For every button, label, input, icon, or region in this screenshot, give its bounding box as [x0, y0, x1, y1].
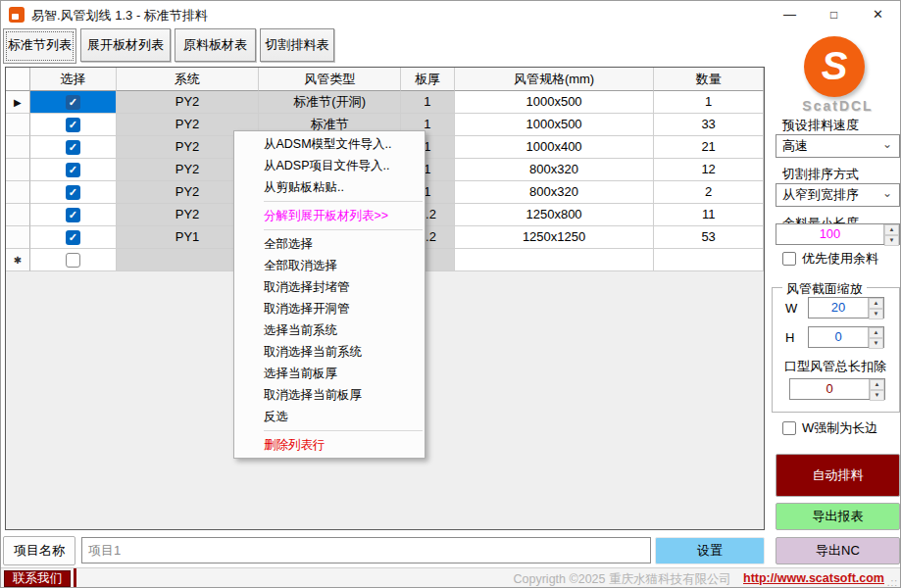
cell-select[interactable]: ✓ — [30, 114, 117, 136]
cell-qty[interactable]: 53 — [654, 226, 764, 249]
force-w-checkbox[interactable] — [782, 421, 796, 435]
tab-raw-sheet-table[interactable]: 原料板材表 — [175, 28, 256, 62]
row-header[interactable] — [6, 136, 30, 159]
menu-item[interactable]: 取消选择封堵管 — [234, 276, 425, 298]
use-scrap-checkbox[interactable] — [782, 252, 796, 266]
cell-qty[interactable] — [654, 249, 764, 271]
export-report-button[interactable]: 导出报表 — [776, 503, 900, 530]
row-header[interactable] — [6, 226, 30, 249]
menu-item[interactable]: 从ADSP项目文件导入.. — [234, 155, 425, 176]
row-header[interactable] — [6, 159, 30, 181]
cell-spec[interactable]: 1000x400 — [455, 136, 654, 159]
scrap-min-length-stepper[interactable]: 100 ▲ ▼ — [776, 223, 900, 245]
menu-item[interactable]: 选择当前板厚 — [234, 363, 425, 384]
menu-item[interactable]: 取消选择开洞管 — [234, 298, 425, 319]
cell-select[interactable]: ✓ — [30, 159, 117, 181]
row-checkbox-checked[interactable]: ✓ — [66, 185, 80, 200]
cell-spec[interactable]: 1250x1250 — [455, 226, 654, 249]
contact-stripe — [74, 568, 76, 588]
row-checkbox-unchecked[interactable] — [66, 253, 80, 268]
cell-thickness[interactable]: 1 — [401, 91, 455, 114]
resize-grip-icon[interactable]: .:: — [887, 577, 898, 588]
menu-item[interactable]: 删除列表行 — [234, 434, 425, 456]
row-checkbox-checked[interactable]: ✓ — [66, 208, 80, 222]
cell-select[interactable] — [30, 249, 117, 271]
maximize-button[interactable]: □ — [812, 1, 856, 28]
settings-button[interactable]: 设置 — [655, 537, 765, 564]
cell-select[interactable]: ✓ — [30, 181, 117, 204]
spin-up-icon[interactable]: ▲ — [869, 298, 883, 309]
cell-spec[interactable]: 1250x800 — [455, 204, 654, 226]
spin-down-icon[interactable]: ▼ — [870, 390, 884, 401]
spin-down-icon[interactable]: ▼ — [869, 309, 883, 319]
cell-system[interactable]: PY2 — [117, 91, 260, 114]
w-label: W — [785, 301, 797, 316]
tab-cutting-nesting-table[interactable]: 切割排料表 — [260, 28, 334, 62]
project-name-button[interactable]: 项目名称 — [3, 536, 75, 565]
row-checkbox-checked[interactable]: ✓ — [66, 230, 80, 245]
row-header[interactable]: ▶ — [6, 91, 30, 114]
column-header[interactable]: 系统 — [117, 68, 260, 91]
minimize-button[interactable]: — — [768, 1, 812, 28]
column-header[interactable]: 数量 — [654, 68, 764, 91]
column-header[interactable]: 风管规格(mm) — [455, 68, 654, 91]
cell-select[interactable]: ✓ — [30, 91, 117, 114]
cell-spec[interactable]: 800x320 — [455, 181, 654, 204]
menu-item[interactable]: 全部选择 — [234, 233, 425, 255]
close-button[interactable]: ✕ — [856, 1, 900, 28]
cell-qty[interactable]: 12 — [654, 159, 764, 181]
cell-spec[interactable]: 1000x500 — [455, 91, 654, 114]
column-header[interactable]: 板厚 — [401, 68, 455, 91]
row-header[interactable]: ✱ — [6, 249, 30, 271]
contact-us-button[interactable]: 联系我们 — [4, 570, 71, 587]
column-header[interactable]: 风管类型 — [259, 68, 401, 91]
spin-down-icon[interactable]: ▼ — [884, 235, 899, 246]
cell-qty[interactable]: 1 — [654, 91, 764, 114]
cell-spec[interactable]: 1000x500 — [455, 114, 654, 136]
spin-down-icon[interactable]: ▼ — [869, 338, 883, 349]
row-checkbox-checked[interactable]: ✓ — [66, 95, 80, 110]
row-checkbox-checked[interactable]: ✓ — [66, 140, 80, 155]
deduct-stepper[interactable]: 0 ▲ ▼ — [789, 378, 885, 400]
menu-item[interactable]: 反选 — [234, 406, 425, 427]
tab-unfolded-sheet-list[interactable]: 展开板材列表 — [80, 28, 171, 62]
row-header[interactable] — [6, 204, 30, 226]
spin-up-icon[interactable]: ▲ — [869, 327, 883, 338]
auto-nest-button[interactable]: 自动排料 — [776, 454, 900, 497]
row-header[interactable] — [6, 114, 30, 136]
force-w-checkbox-row[interactable]: W强制为长边 — [782, 419, 877, 437]
spin-up-icon[interactable]: ▲ — [870, 379, 884, 390]
sort-select[interactable]: 从窄到宽排序 ⌄ — [776, 183, 900, 207]
project-name-input[interactable] — [81, 537, 651, 564]
cell-spec[interactable] — [455, 249, 654, 271]
menu-item[interactable]: 分解到展开板材列表>> — [234, 205, 425, 226]
menu-item[interactable]: 取消选择当前板厚 — [234, 384, 425, 406]
speed-select[interactable]: 高速 ⌄ — [776, 134, 900, 158]
tab-standard-section-list[interactable]: 标准节列表 — [3, 28, 76, 64]
cell-spec[interactable]: 800x320 — [455, 159, 654, 181]
menu-item[interactable]: 取消选择当前系统 — [234, 341, 425, 363]
cell-qty[interactable]: 11 — [654, 204, 764, 226]
cell-qty[interactable]: 2 — [654, 181, 764, 204]
cell-select[interactable]: ✓ — [30, 226, 117, 249]
cell-qty[interactable]: 33 — [654, 114, 764, 136]
export-nc-button[interactable]: 导出NC — [776, 537, 900, 564]
w-stepper[interactable]: 20 ▲ ▼ — [808, 297, 884, 318]
menu-item[interactable]: 从剪贴板粘贴.. — [234, 176, 425, 198]
menu-item[interactable]: 从ADSM模型文件导入.. — [234, 133, 425, 155]
menu-item[interactable]: 选择当前系统 — [234, 319, 425, 341]
h-stepper[interactable]: 0 ▲ ▼ — [808, 326, 884, 348]
row-checkbox-checked[interactable]: ✓ — [66, 163, 80, 177]
row-checkbox-checked[interactable]: ✓ — [66, 118, 80, 132]
row-header[interactable] — [6, 181, 30, 204]
use-scrap-checkbox-row[interactable]: 优先使用余料 — [782, 250, 878, 268]
cell-select[interactable]: ✓ — [30, 204, 117, 226]
cell-select[interactable]: ✓ — [30, 136, 117, 159]
menu-item[interactable]: 全部取消选择 — [234, 255, 425, 276]
spin-up-icon[interactable]: ▲ — [884, 224, 899, 235]
column-header[interactable]: 选择 — [30, 68, 117, 91]
cell-duct-type[interactable]: 标准节(开洞) — [259, 91, 401, 114]
new-row-marker: ✱ — [14, 255, 22, 266]
cell-qty[interactable]: 21 — [654, 136, 764, 159]
website-link[interactable]: http://www.scatsoft.com — [743, 571, 884, 585]
